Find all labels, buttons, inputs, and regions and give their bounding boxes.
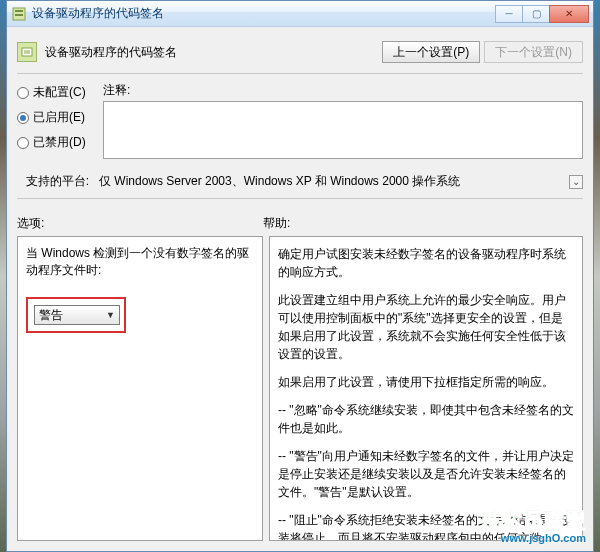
chevron-down-icon: ▼ <box>106 310 115 320</box>
dropdown-highlight: 警告 ▼ <box>26 297 126 333</box>
panes: 当 Windows 检测到一个没有数字签名的驱动程序文件时: 警告 ▼ 确定用户… <box>17 236 583 541</box>
help-paragraph: 确定用户试图安装未经数字签名的设备驱动程序时系统的响应方式。 <box>278 245 574 281</box>
dropdown-value: 警告 <box>39 307 63 324</box>
options-prompt: 当 Windows 检测到一个没有数字签名的驱动程序文件时: <box>26 245 254 279</box>
window-title: 设备驱动程序的代码签名 <box>32 5 496 22</box>
options-pane: 当 Windows 检测到一个没有数字签名的驱动程序文件时: 警告 ▼ <box>17 236 263 541</box>
radio-label: 已启用(E) <box>33 109 85 126</box>
platform-row: 支持的平台: 仅 Windows Server 2003、Windows XP … <box>17 173 583 190</box>
svg-rect-1 <box>15 10 23 12</box>
help-paragraph: 此设置建立组中用户系统上允许的最少安全响应。用户可以使用控制面板中的"系统"选择… <box>278 291 574 363</box>
window-icon <box>11 6 27 22</box>
help-paragraph: -- "忽略"命令系统继续安装，即使其中包含未经签名的文件也是如此。 <box>278 401 574 437</box>
options-section-label: 选项: <box>17 215 263 232</box>
section-labels: 选项: 帮助: <box>17 215 583 232</box>
dialog-window: 设备驱动程序的代码签名 ─ ▢ ✕ 设备驱动程序的代码签名 上一个设置(P) 下… <box>6 0 594 552</box>
platform-label: 支持的平台: <box>17 173 99 190</box>
svg-rect-2 <box>15 14 23 16</box>
radio-label: 已禁用(D) <box>33 134 86 151</box>
radio-group: 未配置(C) 已启用(E) 已禁用(D) <box>17 82 103 151</box>
client-area: 设备驱动程序的代码签名 上一个设置(P) 下一个设置(N) 未配置(C) 已启用… <box>7 27 593 551</box>
close-button[interactable]: ✕ <box>549 5 589 23</box>
comment-column: 注释: <box>103 82 583 159</box>
titlebar: 设备驱动程序的代码签名 ─ ▢ ✕ <box>7 1 593 27</box>
policy-title: 设备驱动程序的代码签名 <box>45 44 378 61</box>
help-paragraph: 如果启用了此设置，请使用下拉框指定所需的响应。 <box>278 373 574 391</box>
radio-icon <box>17 137 29 149</box>
minimize-button[interactable]: ─ <box>495 5 523 23</box>
svg-rect-3 <box>22 48 32 56</box>
comment-label: 注释: <box>103 82 583 99</box>
radio-disabled[interactable]: 已禁用(D) <box>17 134 103 151</box>
radio-enabled[interactable]: 已启用(E) <box>17 109 103 126</box>
radio-icon <box>17 112 29 124</box>
help-paragraph: -- "警告"向用户通知未经数字签名的文件，并让用户决定是停止安装还是继续安装以… <box>278 447 574 501</box>
next-setting-button: 下一个设置(N) <box>484 41 583 63</box>
help-paragraph: -- "阻止"命令系统拒绝安装未经签名的文件。结果是，安装将停止，而且将不安装驱… <box>278 511 574 541</box>
radio-icon <box>17 87 29 99</box>
comment-input[interactable] <box>103 101 583 159</box>
radio-not-configured[interactable]: 未配置(C) <box>17 84 103 101</box>
header-row: 设备驱动程序的代码签名 上一个设置(P) 下一个设置(N) <box>17 35 583 69</box>
policy-icon <box>17 42 37 62</box>
previous-setting-button[interactable]: 上一个设置(P) <box>382 41 480 63</box>
help-pane[interactable]: 确定用户试图安装未经数字签名的设备驱动程序时系统的响应方式。 此设置建立组中用户… <box>269 236 583 541</box>
help-section-label: 帮助: <box>263 215 583 232</box>
help-body: 确定用户试图安装未经数字签名的设备驱动程序时系统的响应方式。 此设置建立组中用户… <box>278 245 574 541</box>
divider <box>17 73 583 74</box>
radio-label: 未配置(C) <box>33 84 86 101</box>
platform-value: 仅 Windows Server 2003、Windows XP 和 Windo… <box>99 173 569 190</box>
window-controls: ─ ▢ ✕ <box>496 5 589 23</box>
config-row: 未配置(C) 已启用(E) 已禁用(D) 注释: <box>17 82 583 159</box>
maximize-button[interactable]: ▢ <box>522 5 550 23</box>
expand-button[interactable]: ⌄ <box>569 175 583 189</box>
signing-action-dropdown[interactable]: 警告 ▼ <box>34 305 120 325</box>
divider <box>17 198 583 199</box>
